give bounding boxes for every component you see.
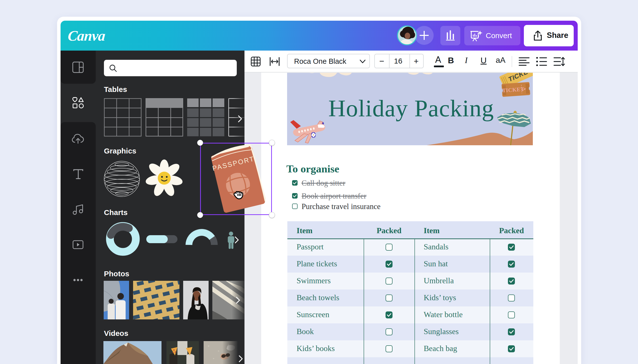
svg-text:Canva: Canva	[67, 28, 106, 44]
svg-text:Holiday Packing: Holiday Packing	[328, 95, 494, 122]
